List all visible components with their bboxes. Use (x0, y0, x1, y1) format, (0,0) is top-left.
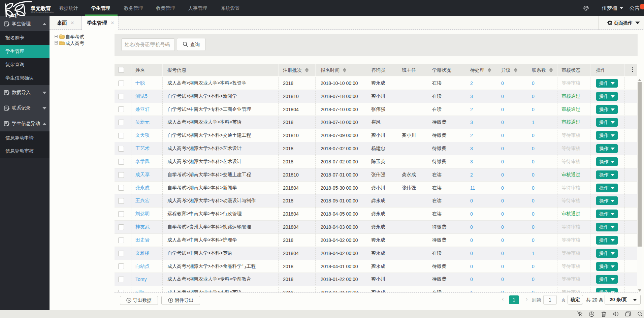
svg-text:step: step (8, 11, 19, 19)
